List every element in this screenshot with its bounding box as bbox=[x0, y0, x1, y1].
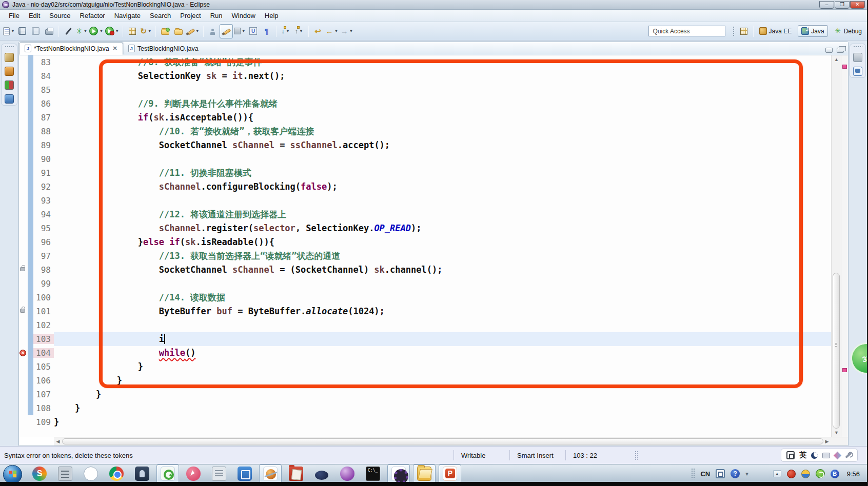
vertical-scroll-thumb[interactable] bbox=[833, 273, 840, 429]
menu-refactor[interactable]: Refactor bbox=[75, 11, 110, 21]
code-text[interactable]: } bbox=[54, 360, 831, 374]
code-text[interactable] bbox=[54, 318, 831, 332]
code-text[interactable]: } bbox=[54, 374, 831, 388]
quick-access-input[interactable]: Quick Access bbox=[648, 26, 725, 36]
ime-english-mode-label[interactable]: 英 bbox=[799, 451, 806, 460]
code-text[interactable]: if(sk.isAcceptable()){ bbox=[54, 111, 831, 125]
code-line[interactable]: 98 SocketChannel sChannel = (SocketChann… bbox=[19, 263, 831, 277]
bluetooth-tray-icon[interactable]: B bbox=[831, 470, 839, 478]
cmd-icon[interactable] bbox=[362, 464, 384, 483]
code-line[interactable]: 103 i bbox=[19, 332, 831, 346]
moon-icon[interactable] bbox=[811, 452, 818, 459]
code-line[interactable]: 90 bbox=[19, 152, 831, 166]
maximize-editor-icon[interactable] bbox=[837, 48, 844, 53]
code-text[interactable]: } bbox=[54, 401, 831, 415]
previous-annotation-button[interactable]: ↑▼ bbox=[292, 24, 306, 38]
menu-help[interactable]: Help bbox=[260, 11, 283, 21]
screen-recorder-app-icon[interactable] bbox=[259, 464, 282, 483]
purple-orb-app-icon[interactable] bbox=[336, 464, 359, 483]
language-bar-grip[interactable] bbox=[691, 468, 695, 479]
code-text[interactable]: while() bbox=[54, 346, 831, 360]
code-text[interactable] bbox=[54, 83, 831, 97]
blue-tool-app-icon[interactable] bbox=[233, 464, 256, 483]
code-line[interactable]: 86 //9. 判断具体是什么事件准备就绪 bbox=[19, 97, 831, 111]
dropdown-arrow-icon[interactable]: ▼ bbox=[115, 29, 119, 33]
new-wizard-button[interactable]: ▼ bbox=[2, 24, 16, 38]
dropdown-arrow-icon[interactable]: ▼ bbox=[11, 29, 15, 33]
code-text[interactable] bbox=[54, 194, 831, 208]
security-360-tray-icon[interactable] bbox=[816, 469, 825, 478]
notepad-app-icon[interactable] bbox=[208, 464, 230, 483]
minimize-editor-icon[interactable] bbox=[825, 48, 833, 53]
window-maximize-button[interactable]: ❐ bbox=[835, 1, 850, 9]
refresh-button[interactable]: ↻▼ bbox=[139, 24, 153, 38]
dropdown-arrow-icon[interactable]: ▼ bbox=[242, 29, 246, 33]
code-line[interactable]: 101 ByteBuffer buf = ByteBuffer.allocate… bbox=[19, 305, 831, 318]
search-button[interactable]: ▼ bbox=[185, 24, 201, 38]
task-list-app-icon[interactable] bbox=[54, 464, 76, 483]
run-button[interactable]: ▼ bbox=[88, 24, 104, 38]
powerpoint-icon[interactable] bbox=[439, 464, 461, 483]
code-text[interactable]: SocketChannel sChannel = (SocketChannel)… bbox=[54, 263, 831, 277]
code-text[interactable]: } bbox=[54, 415, 831, 429]
code-line[interactable]: 96 }else if(sk.isReadable()){ bbox=[19, 235, 831, 249]
dark-app-icon[interactable] bbox=[131, 464, 153, 483]
code-text[interactable]: //9. 判断具体是什么事件准备就绪 bbox=[54, 97, 831, 111]
dropdown-arrow-icon[interactable]: ▼ bbox=[299, 29, 303, 33]
code-line[interactable]: 88 //10. 若“接收就绪”，获取客户端连接 bbox=[19, 125, 831, 138]
code-text[interactable]: //10. 若“接收就绪”，获取客户端连接 bbox=[54, 125, 831, 138]
perspective-java-ee[interactable]: Java EE bbox=[756, 26, 795, 36]
code-line[interactable]: 108 } bbox=[19, 401, 831, 415]
dropdown-arrow-icon[interactable]: ▼ bbox=[334, 29, 339, 33]
scroll-left-arrow-icon[interactable]: ◀ bbox=[54, 437, 62, 445]
close-tab-icon[interactable]: ✕ bbox=[113, 45, 117, 52]
code-line[interactable]: 85 bbox=[19, 83, 831, 97]
tab-testblockingnio[interactable]: JTestBlockingNIO.java bbox=[123, 42, 204, 55]
mark-occurrences-toggle[interactable] bbox=[220, 24, 233, 38]
code-line[interactable]: ✕104 while() bbox=[19, 346, 831, 360]
code-line[interactable]: 83 //8. 获取准备“就绪”的是事件 bbox=[19, 55, 831, 69]
code-text[interactable]: //8. 获取准备“就绪”的是事件 bbox=[54, 55, 831, 69]
block-selection-toggle[interactable]: U bbox=[247, 24, 260, 38]
open-resource-button[interactable] bbox=[172, 24, 185, 38]
horizontal-scroll-thumb[interactable] bbox=[62, 438, 823, 444]
code-line[interactable]: 97 //13. 获取当前选择器上“读就绪”状态的通道 bbox=[19, 249, 831, 263]
skip-breakpoints-button[interactable] bbox=[62, 24, 75, 38]
red-folder-app-icon[interactable] bbox=[285, 464, 307, 483]
code-text[interactable]: } bbox=[54, 388, 831, 401]
code-line[interactable]: 89 SocketChannel sChannel = ssChannel.ac… bbox=[19, 138, 831, 152]
ime-logo-icon[interactable] bbox=[786, 451, 795, 459]
overview-error-marker[interactable] bbox=[842, 368, 847, 372]
code-text[interactable]: SelectionKey sk = it.next(); bbox=[54, 69, 831, 83]
language-indicator[interactable]: CN bbox=[700, 470, 710, 478]
code-text[interactable]: SocketChannel sChannel = ssChannel.accep… bbox=[54, 138, 831, 152]
code-text[interactable]: sChannel.register(selector, SelectionKey… bbox=[54, 221, 831, 235]
vertical-scrollbar[interactable]: ▲ ▼ bbox=[831, 55, 841, 437]
code-line[interactable]: 109} bbox=[19, 415, 831, 429]
menu-search[interactable]: Search bbox=[145, 11, 175, 21]
chrome-icon[interactable] bbox=[105, 464, 128, 483]
open-type-button[interactable] bbox=[159, 24, 172, 38]
menu-project[interactable]: Project bbox=[175, 11, 205, 21]
code-line[interactable]: 102 bbox=[19, 318, 831, 332]
code-line[interactable]: 93 bbox=[19, 194, 831, 208]
code-line[interactable]: 95 sChannel.register(selector, Selection… bbox=[19, 221, 831, 235]
type-hierarchy-collapsed-icon[interactable] bbox=[5, 67, 14, 76]
ime-tray-icon[interactable] bbox=[716, 469, 725, 478]
perspective-grip[interactable] bbox=[733, 26, 735, 36]
restore-views-grip[interactable] bbox=[5, 46, 14, 48]
save-button[interactable] bbox=[16, 24, 29, 38]
code-line[interactable]: 87 if(sk.isAcceptable()){ bbox=[19, 111, 831, 125]
code-line[interactable]: 107 } bbox=[19, 388, 831, 401]
element-filters-button[interactable]: ▼ bbox=[233, 24, 247, 38]
menu-file[interactable]: File bbox=[4, 11, 24, 21]
dropdown-arrow-icon[interactable]: ▼ bbox=[148, 29, 152, 33]
code-text[interactable]: i bbox=[54, 332, 831, 346]
code-text[interactable]: sChannel.configureBlocking(false); bbox=[54, 180, 831, 194]
internet-explorer-icon[interactable] bbox=[80, 464, 102, 483]
print-button[interactable] bbox=[43, 24, 56, 38]
new-java-project-button[interactable] bbox=[126, 24, 139, 38]
scroll-right-arrow-icon[interactable]: ▶ bbox=[823, 437, 831, 445]
code-text[interactable] bbox=[54, 277, 831, 291]
code-area[interactable]: 83 //8. 获取准备“就绪”的是事件84 SelectionKey sk =… bbox=[19, 55, 831, 437]
